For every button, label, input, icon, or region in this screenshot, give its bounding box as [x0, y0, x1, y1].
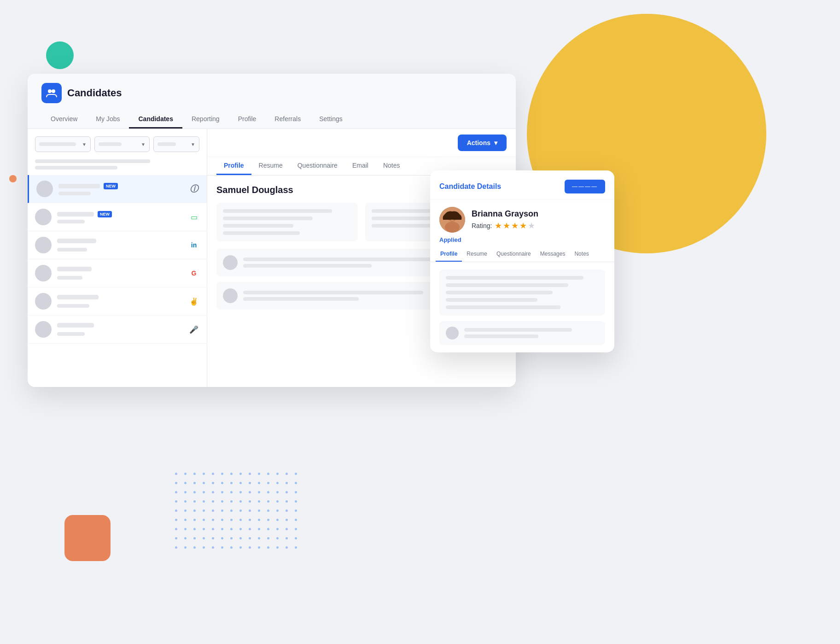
- applied-status: Applied: [430, 236, 614, 247]
- candidate-avatar-1: [36, 181, 53, 197]
- candidate-profile-row: Brianna Grayson Rating: ★ ★ ★ ★ ★: [430, 199, 614, 236]
- app-title: Candidates: [67, 87, 122, 99]
- phone-icon: ▭: [188, 211, 199, 222]
- card-tab-messages[interactable]: Messages: [536, 247, 570, 262]
- linkedin-icon: in: [188, 240, 199, 251]
- candidate-avatar-5: [35, 293, 52, 310]
- candidate-avatar-4: [35, 265, 52, 281]
- google-icon: G: [188, 268, 199, 279]
- candidate-info-1: NEW: [58, 183, 183, 195]
- star-3: ★: [511, 221, 519, 231]
- detail-tab-questionnaire[interactable]: Questionnaire: [290, 157, 345, 175]
- nav-tab-settings[interactable]: Settings: [310, 111, 352, 129]
- card-action-label: ————: [572, 183, 598, 190]
- badge-new-2: NEW: [98, 211, 112, 217]
- filter-select-1[interactable]: ▼: [35, 136, 91, 152]
- star-2: ★: [503, 221, 510, 231]
- filter-arrow-2: ▼: [141, 142, 146, 147]
- card-tab-questionnaire[interactable]: Questionnaire: [492, 247, 536, 262]
- card-tab-notes[interactable]: Notes: [570, 247, 593, 262]
- nav-tab-overview[interactable]: Overview: [41, 111, 87, 129]
- filter-select-2[interactable]: ▼: [94, 136, 150, 152]
- card-tab-resume[interactable]: Resume: [462, 247, 492, 262]
- card-row-item-1: [439, 321, 605, 345]
- app-header: Candidates Overview My Jobs Candidates R…: [28, 74, 516, 129]
- candidate-item-3[interactable]: in: [28, 231, 207, 259]
- actions-label: Actions: [467, 139, 490, 146]
- sidebar-filters: ▼ ▼ ▼: [28, 136, 207, 159]
- detail-tab-resume[interactable]: Resume: [251, 157, 290, 175]
- filter-arrow-1: ▼: [82, 142, 87, 147]
- candidate-avatar-2: [35, 209, 52, 225]
- nav-tab-candidates[interactable]: Candidates: [129, 111, 182, 129]
- background-orange-square: [64, 515, 111, 561]
- background-teal-circle: [46, 41, 74, 69]
- filter-arrow-3: ▼: [191, 142, 195, 147]
- candidate-list: NEW ⓘ NEW ▭: [28, 175, 207, 344]
- candidate-list-sidebar: ▼ ▼ ▼: [28, 129, 207, 387]
- mic-icon: 🎤: [188, 324, 199, 335]
- candidate-avatar-brianna: [439, 207, 465, 233]
- detail-tab-notes[interactable]: Notes: [376, 157, 408, 175]
- card-tab-profile[interactable]: Profile: [436, 247, 462, 262]
- star-5: ★: [528, 221, 535, 231]
- detail-toolbar: Actions ▾: [207, 129, 516, 157]
- detail-tab-profile[interactable]: Profile: [216, 157, 251, 175]
- card-content-block-1: [439, 269, 605, 316]
- candidate-avatar-3: [35, 237, 52, 253]
- svg-point-4: [445, 222, 460, 233]
- row-avatar-2: [223, 288, 238, 303]
- peace-icon: ✌: [188, 296, 199, 307]
- sidebar-search-area: [28, 159, 207, 175]
- card-title: Candidate Details: [439, 182, 501, 191]
- card-action-button[interactable]: ————: [565, 180, 605, 193]
- candidate-item-6[interactable]: 🎤: [28, 316, 207, 344]
- avatar-image: [439, 207, 465, 233]
- candidate-item-4[interactable]: G: [28, 259, 207, 287]
- candidate-item-1[interactable]: NEW ⓘ: [28, 175, 207, 203]
- candidate-info-5: [57, 295, 183, 308]
- candidate-info-6: [57, 323, 183, 336]
- card-row-avatar-1: [446, 327, 459, 340]
- profile-name: Brianna Grayson: [472, 209, 605, 219]
- card-body: [430, 262, 614, 352]
- star-4: ★: [519, 221, 527, 231]
- candidate-avatar-6: [35, 321, 52, 338]
- rating-label: Rating:: [472, 222, 492, 229]
- candidate-info-3: [57, 239, 183, 252]
- candidate-info-2: NEW: [57, 211, 183, 223]
- content-card-1: [216, 203, 358, 241]
- candidate-info-4: [57, 267, 183, 280]
- dot-grid-decoration: [175, 473, 300, 552]
- nav-tab-referrals[interactable]: Referrals: [265, 111, 310, 129]
- card-header: Candidate Details ————: [430, 170, 614, 199]
- row-avatar-1: [223, 255, 238, 270]
- candidate-item-5[interactable]: ✌: [28, 287, 207, 316]
- nav-tabs: Overview My Jobs Candidates Reporting Pr…: [41, 111, 502, 129]
- actions-chevron-icon: ▾: [494, 139, 497, 146]
- profile-info: Brianna Grayson Rating: ★ ★ ★ ★ ★: [472, 209, 605, 231]
- nav-tab-profile[interactable]: Profile: [229, 111, 266, 129]
- app-logo: [41, 83, 62, 103]
- svg-point-1: [52, 89, 55, 93]
- filter-select-3[interactable]: ▼: [153, 136, 199, 152]
- actions-button[interactable]: Actions ▾: [458, 135, 507, 151]
- profile-rating: Rating: ★ ★ ★ ★ ★: [472, 221, 605, 231]
- svg-point-0: [48, 89, 52, 93]
- candidate-details-card: Candidate Details ———— Bria: [430, 170, 614, 352]
- nav-tab-reporting[interactable]: Reporting: [182, 111, 229, 129]
- detail-tab-email[interactable]: Email: [345, 157, 376, 175]
- info-icon: ⓘ: [188, 183, 199, 194]
- star-rating: ★ ★ ★ ★ ★: [495, 221, 535, 231]
- candidate-item-2[interactable]: NEW ▭: [28, 203, 207, 231]
- background-orange-dot: [9, 175, 17, 182]
- card-tabs: Profile Resume Questionnaire Messages No…: [430, 247, 614, 262]
- badge-new-1: NEW: [104, 183, 118, 189]
- nav-tab-myjobs[interactable]: My Jobs: [87, 111, 129, 129]
- star-1: ★: [495, 221, 502, 231]
